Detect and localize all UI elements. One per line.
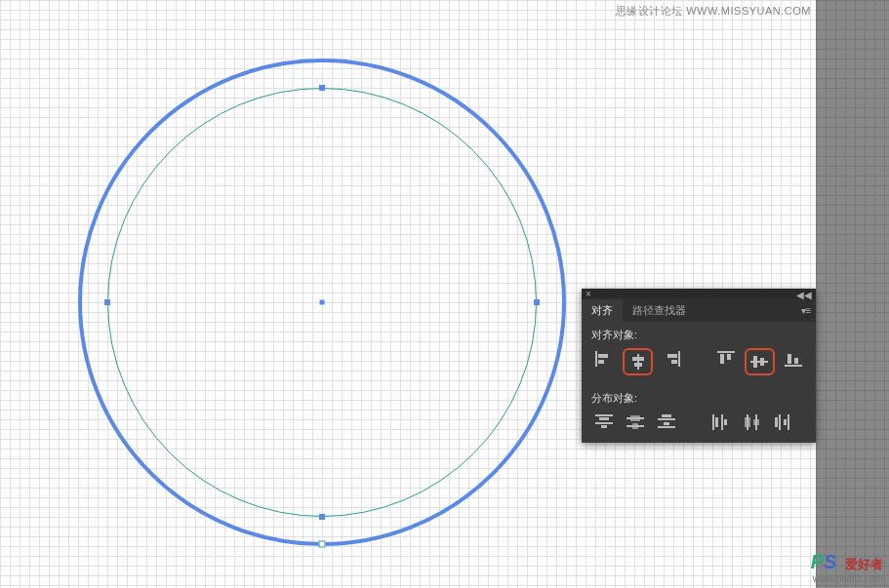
align-right-button[interactable] xyxy=(659,348,684,370)
panel-tabs: 对齐 路径查找器 ▾≡ xyxy=(582,298,816,322)
distribute-buttons-row xyxy=(582,412,816,443)
align-bottom-icon xyxy=(785,351,802,367)
svg-rect-16 xyxy=(788,354,791,364)
svg-rect-10 xyxy=(720,354,724,364)
svg-rect-20 xyxy=(595,422,613,424)
align-top-icon xyxy=(717,351,735,367)
svg-rect-5 xyxy=(634,363,642,367)
anchor-top[interactable] xyxy=(319,85,325,91)
svg-rect-15 xyxy=(785,365,802,367)
hdist-center-button[interactable] xyxy=(740,412,765,433)
svg-rect-39 xyxy=(779,414,781,430)
hdist-left-button[interactable] xyxy=(708,412,734,433)
anchor-right[interactable] xyxy=(534,299,540,305)
svg-rect-32 xyxy=(721,414,723,430)
watermark-bottom: PS 爱好者 www.psahz.com xyxy=(811,551,883,584)
panel-menu-icon[interactable]: ▾≡ xyxy=(796,305,816,316)
watermark-top: 思缘设计论坛 WWW.MISSYUAN.COM xyxy=(616,4,811,19)
vdist-top-icon xyxy=(595,414,613,430)
align-panel: × ◀◀ 对齐 路径查找器 ▾≡ 对齐对象: 分布对象: xyxy=(582,289,816,443)
align-left-button[interactable] xyxy=(591,348,617,370)
svg-rect-38 xyxy=(775,417,778,427)
anchor-bottom[interactable] xyxy=(319,514,325,520)
svg-rect-18 xyxy=(595,414,613,416)
svg-rect-31 xyxy=(715,417,718,427)
svg-rect-21 xyxy=(601,425,607,428)
vdist-center-button[interactable] xyxy=(623,412,648,433)
svg-rect-0 xyxy=(595,351,597,367)
align-left-icon xyxy=(595,351,613,367)
vdist-bottom-button[interactable] xyxy=(654,412,679,433)
vdist-bottom-icon xyxy=(658,414,675,430)
svg-rect-33 xyxy=(724,419,727,425)
hdist-right-button[interactable] xyxy=(771,412,796,433)
panel-header[interactable]: × ◀◀ xyxy=(582,289,816,298)
hdist-right-icon xyxy=(775,414,792,430)
tab-pathfinder[interactable]: 路径查找器 xyxy=(623,299,696,322)
center-point xyxy=(320,300,325,305)
align-top-button[interactable] xyxy=(713,348,739,370)
svg-rect-40 xyxy=(784,419,787,425)
svg-rect-27 xyxy=(658,418,675,420)
svg-rect-11 xyxy=(727,354,731,360)
anchor-bottom-outer[interactable] xyxy=(319,541,326,548)
svg-rect-23 xyxy=(630,415,640,421)
svg-rect-3 xyxy=(637,354,639,370)
svg-rect-29 xyxy=(658,426,675,428)
svg-rect-1 xyxy=(598,354,608,358)
svg-rect-6 xyxy=(678,351,680,367)
anchor-left[interactable] xyxy=(104,299,110,305)
svg-rect-14 xyxy=(760,358,764,366)
panel-collapse-icon[interactable]: ◀◀ xyxy=(796,290,812,300)
align-right-icon xyxy=(663,351,680,367)
wm-url: www.psahz.com xyxy=(811,573,883,584)
wm-logo-p: P xyxy=(811,551,824,572)
align-vcenter-icon xyxy=(750,354,768,370)
wm-logo-s: S xyxy=(824,551,836,572)
svg-rect-4 xyxy=(632,357,644,361)
hdist-left-icon xyxy=(712,414,730,430)
svg-rect-37 xyxy=(753,419,759,425)
align-vcenter-button[interactable] xyxy=(745,348,776,375)
pasteboard-area xyxy=(816,0,889,588)
svg-rect-13 xyxy=(753,356,757,368)
svg-rect-17 xyxy=(794,358,798,364)
svg-rect-26 xyxy=(662,414,671,417)
align-bottom-button[interactable] xyxy=(781,348,806,370)
svg-rect-9 xyxy=(717,351,735,353)
svg-rect-41 xyxy=(788,414,789,430)
align-objects-label: 对齐对象: xyxy=(591,328,806,342)
distribute-objects-section: 分布对象: xyxy=(582,385,816,412)
hdist-center-icon xyxy=(744,414,761,430)
svg-rect-2 xyxy=(598,360,604,364)
align-hcenter-button[interactable] xyxy=(623,348,654,375)
vdist-top-button[interactable] xyxy=(591,412,617,433)
svg-rect-28 xyxy=(664,422,669,425)
svg-rect-12 xyxy=(750,361,768,363)
tab-align[interactable]: 对齐 xyxy=(582,299,623,322)
svg-rect-7 xyxy=(667,354,677,358)
svg-rect-35 xyxy=(745,417,750,427)
vdist-center-icon xyxy=(626,414,644,430)
svg-rect-19 xyxy=(599,417,609,420)
align-hcenter-icon xyxy=(629,354,647,370)
align-objects-section: 对齐对象: xyxy=(582,322,816,348)
svg-rect-30 xyxy=(712,414,714,430)
svg-rect-8 xyxy=(671,360,677,364)
wm-cn: 爱好者 xyxy=(845,557,883,571)
distribute-objects-label: 分布对象: xyxy=(591,391,806,406)
panel-close-icon[interactable]: × xyxy=(586,289,591,299)
svg-rect-25 xyxy=(632,423,638,429)
align-buttons-row xyxy=(582,348,816,385)
